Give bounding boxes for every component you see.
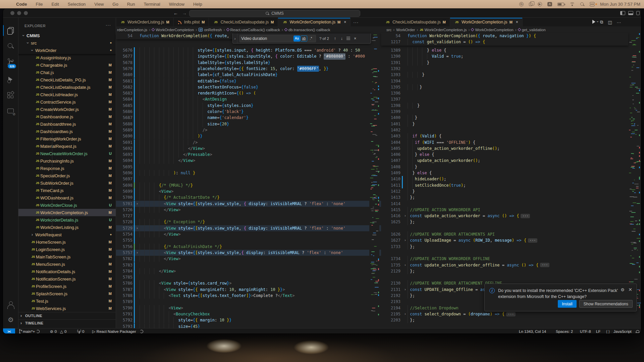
code-line[interactable]: 1404if (WIFI === 'OFFLINE') { bbox=[381, 139, 641, 145]
code-line[interactable]: 5787<View style={{ marginLeft: 10, margi… bbox=[116, 287, 381, 293]
notification-settings-icon[interactable]: ⚙ bbox=[621, 287, 625, 292]
tree-file-workorderlisting-js[interactable]: JSWorkOrderListing.jsM bbox=[18, 224, 116, 231]
code-line[interactable]: 1397 bbox=[381, 96, 641, 102]
sidebar-item-remote-explorer[interactable] bbox=[3, 105, 18, 118]
code-line[interactable]: 5681editable={false} bbox=[116, 78, 381, 84]
code-line[interactable]: 1398} bbox=[381, 103, 641, 109]
tree-file-workorderclose-js[interactable]: JSWorkOrderClose.jsU bbox=[18, 201, 116, 209]
tree-folder-workorder[interactable]: ›WorkOrder• bbox=[18, 47, 116, 54]
code-line[interactable]: 5786<View style={styles.card_row}> bbox=[116, 280, 381, 286]
code-line[interactable]: 1407update_action_workorder(); bbox=[381, 158, 641, 164]
tree-file-chat-js[interactable]: JSChat.jsM bbox=[18, 69, 116, 76]
tree-file-createworkorder-js[interactable]: JSCreateWorkOrder.jsM bbox=[18, 106, 116, 113]
tree-file-notificationdetails-js[interactable]: JSNotificationDetails.jsM bbox=[18, 268, 116, 275]
code-line[interactable]: 1414 bbox=[381, 201, 641, 207]
split-editor-icon[interactable]: ◫ bbox=[608, 20, 612, 25]
code-line[interactable]: 1405update_action_workorder_offline(); bbox=[381, 145, 641, 152]
code-line[interactable]: 5689/> bbox=[116, 127, 381, 133]
tree-folder-workrequest[interactable]: ›WorkRequest• bbox=[18, 231, 116, 238]
sidebar-item-run-debug[interactable] bbox=[3, 73, 18, 86]
tree-file-subworkorder-js[interactable]: JSSubWorkOrder.jsM bbox=[18, 179, 116, 187]
code-line[interactable]: 5791<BouncyCheckbox bbox=[116, 311, 381, 317]
play-circle-icon[interactable]: ▶ bbox=[538, 2, 542, 6]
code-line[interactable]: 1395} bbox=[381, 84, 641, 90]
menu-item-terminal[interactable]: Terminal bbox=[144, 2, 160, 7]
remote-indicator[interactable]: >< bbox=[3, 328, 15, 334]
tree-file-profilescreen-js[interactable]: JSProfileScreen.jsM bbox=[18, 283, 116, 290]
code-line[interactable]: 5789 bbox=[116, 299, 381, 305]
code-line[interactable]: 1627›const UploadImage = async (ROW_ID, … bbox=[381, 237, 641, 243]
task-status[interactable]: ▷ React Native Packager bbox=[92, 328, 143, 334]
tree-file-wodashboard-js[interactable]: JSWODashboard.jsM bbox=[18, 194, 116, 201]
wifi-icon[interactable] bbox=[570, 2, 575, 6]
tree-file-webservices-js[interactable]: JSWebServices.jsM bbox=[18, 305, 116, 312]
folded-code-icon[interactable]: ··· bbox=[528, 238, 537, 243]
tree-file-filteringworkorder-js[interactable]: JSFilteringWorkOrder.jsM bbox=[18, 135, 116, 142]
tree-file-checklistdetalis-pg-js[interactable]: JSCheckListDetalis_PG.jsM bbox=[18, 76, 116, 83]
breadcrumb-item[interactable]: get_validation bbox=[518, 28, 546, 32]
code-line[interactable]: 1409} else { bbox=[381, 170, 641, 176]
menu-item-view[interactable]: View bbox=[94, 2, 104, 7]
breadcrumb-item[interactable]: WorkOrderCompletion bbox=[152, 28, 194, 32]
tree-file-newcreateworkorder-js[interactable]: JSNewCreateWorkOrder.jsU bbox=[18, 150, 116, 157]
close-tab-icon[interactable]: × bbox=[344, 20, 346, 24]
code-line[interactable]: 5699<View> bbox=[116, 188, 381, 194]
code-line[interactable]: 1399 bbox=[381, 109, 641, 115]
sidebar-item-explorer[interactable] bbox=[3, 24, 18, 37]
nav-forward-icon[interactable]: → bbox=[182, 10, 187, 16]
code-line[interactable]: 1735›const update_action_workorder_offli… bbox=[381, 262, 641, 268]
code-line[interactable]: 5695 bbox=[116, 164, 381, 170]
code-line[interactable]: 5788<Text style={[styles.text_footer]}>C… bbox=[116, 293, 381, 299]
code-line[interactable]: 5682selectTextOnFocus={false} bbox=[116, 84, 381, 90]
code-line[interactable]: 1410hideLoader(); bbox=[381, 176, 641, 182]
menu-item-help[interactable]: Help bbox=[193, 2, 202, 7]
code-line[interactable]: 5691/> bbox=[116, 139, 381, 145]
code-line[interactable]: 5678labelStyle={styles.labelStyle} bbox=[116, 60, 381, 66]
code-line[interactable]: 5694</View> bbox=[116, 158, 381, 164]
folded-code-icon[interactable]: ··· bbox=[521, 214, 530, 218]
code-line[interactable]: 5690)} bbox=[116, 133, 381, 139]
sidebar-item-extensions[interactable] bbox=[3, 89, 18, 102]
breadcrumb-item[interactable]: db.transaction() callback bbox=[285, 28, 330, 32]
code-line[interactable]: 5785 bbox=[116, 274, 381, 280]
code-line[interactable]: 5784</View> bbox=[116, 268, 381, 274]
code-line[interactable]: 5700{/* ActualStartDate */} bbox=[116, 194, 381, 200]
explorer-actions-icon[interactable]: ··· bbox=[106, 22, 111, 27]
code-line[interactable]: 5792style={{ margin: 10 }} bbox=[116, 317, 381, 323]
code-line[interactable]: 1415//UPDATE ACTION WORKORDER API bbox=[381, 207, 641, 213]
eol-status[interactable]: LF bbox=[596, 328, 600, 334]
breadcrumb[interactable]: src›WorkOrder›JSWorkOrderCompletion.js›W… bbox=[386, 26, 640, 33]
code-line[interactable]: 5757›<View style={[styles.view_style,{ d… bbox=[116, 250, 381, 256]
code-line[interactable]: 1403if (Valid) { bbox=[381, 133, 641, 139]
code-line[interactable]: 1408} bbox=[381, 164, 641, 170]
code-line[interactable]: 5687name={'calendar'} bbox=[116, 115, 381, 121]
code-line[interactable]: 2129}; bbox=[381, 268, 641, 274]
code-line[interactable]: 5783 bbox=[116, 262, 381, 268]
breadcrumb[interactable]: rderCompletion.js›WorkOrderCompletion›@o… bbox=[117, 26, 375, 33]
tree-file-chargeable-js[interactable]: JSChargeable.jsM bbox=[18, 61, 116, 69]
show-recommendations-button[interactable]: Show Recommendations bbox=[579, 300, 633, 308]
tree-file-dashboardtwo-js[interactable]: JSDashboardtwo.jsM bbox=[18, 128, 116, 135]
code-line[interactable]: 1412} bbox=[381, 188, 641, 194]
outline-section[interactable]: ›OUTLINE bbox=[18, 312, 116, 319]
menu-item-run[interactable]: Run bbox=[127, 2, 135, 7]
sidebar-item-settings[interactable]: ⚙ bbox=[3, 313, 18, 326]
layout-more-icon[interactable] bbox=[636, 11, 640, 15]
code-line[interactable]: 5696): null } bbox=[116, 170, 381, 176]
code-line[interactable]: 5685style={styles.icon} bbox=[116, 103, 381, 109]
sticky-code-line[interactable]: 1217const get_validation = () => { bbox=[381, 39, 628, 45]
tree-file-workorderdetalis-js[interactable]: JSWorkorderDetalis.jsU bbox=[18, 216, 116, 224]
code-line[interactable]: 5790<View> bbox=[116, 305, 381, 311]
code-line[interactable]: 5793size={45} bbox=[116, 323, 381, 328]
breadcrumb-item[interactable]: JSWorkOrderCompletion.js bbox=[420, 28, 467, 32]
code-line[interactable]: 2195›const select_dropdown = (dropname) … bbox=[381, 311, 641, 317]
code-line[interactable]: 1406} else { bbox=[381, 152, 641, 158]
encoding-status[interactable]: UTF-8 bbox=[580, 328, 591, 334]
battery-icon[interactable] bbox=[557, 3, 564, 6]
whole-word-toggle[interactable]: ab bbox=[301, 36, 307, 42]
open-changes-icon[interactable]: ⧉ bbox=[600, 19, 603, 25]
ports-status[interactable]: 0 bbox=[77, 328, 84, 334]
code-line[interactable] bbox=[381, 274, 641, 280]
tree-file-dashboardthree-js[interactable]: JSDashboardthree.jsM bbox=[18, 120, 116, 128]
code-line[interactable]: 5679placeholderStyle={{ fontSize: 15, co… bbox=[116, 66, 381, 72]
